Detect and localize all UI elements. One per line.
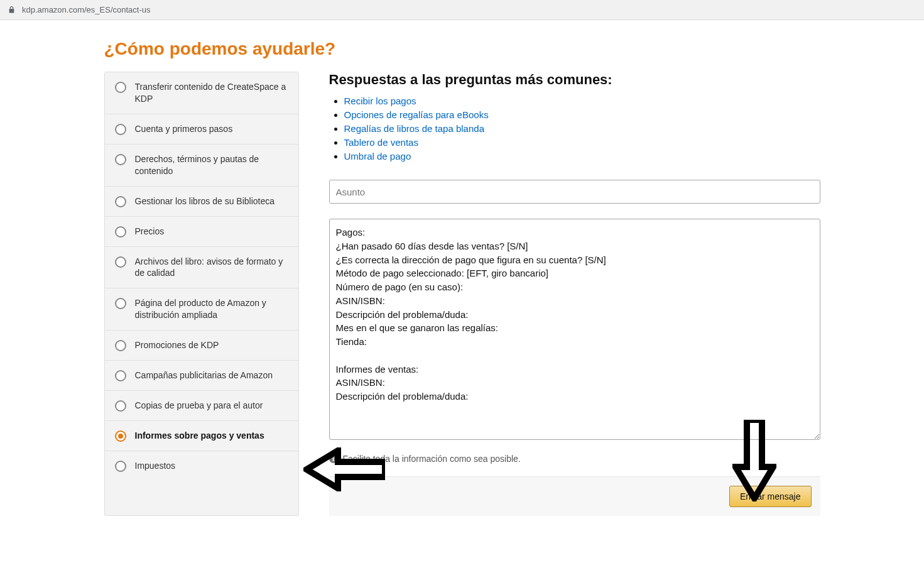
common-answers-heading: Respuestas a las preguntas más comunes:: [329, 72, 820, 88]
page-title: ¿Cómo podemos ayudarle?: [104, 39, 820, 59]
message-textarea[interactable]: [329, 219, 820, 440]
submit-row: Enviar mensaje: [329, 476, 820, 516]
radio-icon: [115, 124, 126, 135]
sidebar-item-label: Gestionar los libros de su Biblioteca: [135, 195, 288, 207]
sidebar-item-label: Copias de prueba y para el autor: [135, 400, 288, 412]
sidebar-item-label: Precios: [135, 226, 288, 238]
sidebar-item-label: Página del producto de Amazon y distribu…: [135, 297, 288, 321]
sidebar-item-label: Transferir contenido de CreateSpace a KD…: [135, 81, 288, 105]
send-button[interactable]: Enviar mensaje: [729, 486, 812, 507]
sidebar-item-label: Campañas publicitarias de Amazon: [135, 370, 288, 381]
radio-icon: [115, 154, 126, 165]
sidebar-item[interactable]: Cuenta y primeros pasos: [105, 114, 298, 145]
lock-icon: [8, 6, 16, 14]
sidebar-item[interactable]: Gestionar los libros de su Biblioteca: [105, 187, 298, 217]
radio-icon: [115, 400, 126, 412]
sidebar-item[interactable]: Campañas publicitarias de Amazon: [105, 361, 298, 391]
sidebar-item[interactable]: Impuestos: [105, 451, 298, 481]
sidebar-item[interactable]: Precios: [105, 217, 298, 247]
sidebar-item[interactable]: Promociones de KDP: [105, 331, 298, 361]
radio-icon: [115, 340, 126, 351]
list-item: Tablero de ventas: [344, 136, 820, 150]
tip-text: Facilite toda la información como sea po…: [343, 454, 521, 464]
sidebar-item-label: Informes sobre pagos y ventas: [135, 430, 288, 442]
radio-icon: [115, 196, 126, 207]
list-item: Regalías de libros de tapa blanda: [344, 122, 820, 136]
sidebar-item-label: Cuenta y primeros pasos: [135, 123, 288, 135]
help-link[interactable]: Tablero de ventas: [344, 137, 418, 148]
sidebar-item[interactable]: Derechos, términos y pautas de contenido: [105, 145, 298, 187]
sidebar-item-label: Derechos, términos y pautas de contenido: [135, 153, 288, 177]
list-item: Recibir los pagos: [344, 94, 820, 108]
info-icon: i: [329, 454, 338, 463]
radio-icon: [115, 430, 126, 442]
sidebar-item-label: Archivos del libro: avisos de formato y …: [135, 256, 288, 280]
address-bar[interactable]: kdp.amazon.com/es_ES/contact-us: [0, 0, 924, 20]
url-text: kdp.amazon.com/es_ES/contact-us: [22, 5, 151, 14]
sidebar-item[interactable]: Transferir contenido de CreateSpace a KD…: [105, 72, 298, 114]
sidebar-item[interactable]: Copias de prueba y para el autor: [105, 391, 298, 421]
help-link[interactable]: Opciones de regalías para eBooks: [344, 109, 489, 120]
main-panel: Respuestas a las preguntas más comunes: …: [329, 72, 820, 516]
radio-icon: [115, 370, 126, 381]
sidebar-item-label: Promociones de KDP: [135, 339, 288, 351]
help-link[interactable]: Umbral de pago: [344, 151, 411, 162]
sidebar-item-label: Impuestos: [135, 460, 288, 472]
radio-icon: [115, 256, 126, 268]
radio-icon: [115, 226, 126, 238]
sidebar-item[interactable]: Página del producto de Amazon y distribu…: [105, 288, 298, 331]
common-answers-list: Recibir los pagosOpciones de regalías pa…: [329, 94, 820, 163]
help-link[interactable]: Recibir los pagos: [344, 96, 416, 106]
list-item: Umbral de pago: [344, 150, 820, 163]
tip-row: i Facilite toda la información como sea …: [329, 454, 820, 464]
sidebar-item[interactable]: Informes sobre pagos y ventas: [105, 421, 298, 451]
sidebar-item[interactable]: Archivos del libro: avisos de formato y …: [105, 247, 298, 289]
help-link[interactable]: Regalías de libros de tapa blanda: [344, 123, 485, 134]
radio-icon: [115, 298, 126, 309]
list-item: Opciones de regalías para eBooks: [344, 108, 820, 122]
topic-sidebar: Transferir contenido de CreateSpace a KD…: [104, 72, 299, 516]
radio-icon: [115, 461, 126, 472]
radio-icon: [115, 82, 126, 93]
subject-input[interactable]: [329, 180, 820, 204]
